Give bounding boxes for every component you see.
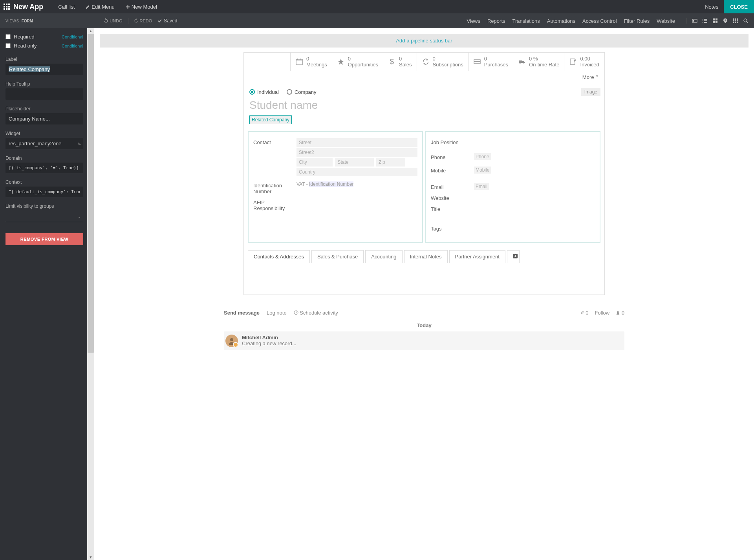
tab-accounting[interactable]: Accounting — [365, 250, 402, 263]
add-pipeline-bar[interactable]: Add a pipeline status bar — [100, 34, 749, 48]
nav-filter-rules[interactable]: Filter Rules — [624, 18, 650, 24]
stat-purchases[interactable]: 0Purchases — [468, 53, 513, 71]
street-input[interactable]: Street — [296, 138, 417, 147]
search-icon[interactable] — [743, 18, 749, 24]
stat-opportunities[interactable]: 0Opportunities — [332, 53, 383, 71]
sidebar-scrollbar[interactable]: ▲ ▼ — [87, 28, 94, 560]
scroll-thumb[interactable] — [88, 34, 94, 353]
email-input[interactable]: Email — [474, 183, 489, 190]
stat-label: Opportunities — [348, 62, 378, 68]
schedule-activity-button[interactable]: Schedule activity — [294, 310, 338, 316]
idnum-placeholder: Identification Number — [309, 181, 353, 187]
avatar — [225, 335, 238, 347]
view-map-icon[interactable] — [723, 18, 728, 24]
zip-input[interactable]: Zip — [376, 158, 405, 167]
scroll-up-icon[interactable]: ▲ — [87, 28, 94, 34]
card-icon — [473, 58, 481, 66]
stat-invoiced[interactable]: 0.00Invoiced — [564, 53, 604, 71]
placeholder-input[interactable] — [5, 113, 83, 124]
tab-partner[interactable]: Partner Assignment — [449, 250, 505, 263]
log-note-button[interactable]: Log note — [267, 310, 287, 316]
student-name-field[interactable]: Student name — [248, 99, 600, 112]
svg-text:$: $ — [390, 58, 394, 66]
nav-translations[interactable]: Translations — [512, 18, 540, 24]
attachment-count[interactable]: 0 — [580, 310, 589, 316]
follow-button[interactable]: Follow — [595, 310, 610, 316]
radio-individual[interactable]: Individual — [249, 89, 279, 95]
stat-spacer — [244, 53, 290, 71]
afip-label: AFIP Responsibility — [253, 198, 296, 211]
related-company-field[interactable]: Related Company — [249, 115, 292, 124]
svg-rect-28 — [733, 22, 734, 23]
limit-groups-label: Limit visibility to groups — [5, 203, 83, 209]
redo-button[interactable]: REDO — [134, 18, 152, 23]
required-conditional[interactable]: Conditional — [62, 35, 83, 39]
stat-val: 0 — [433, 56, 463, 62]
svg-line-32 — [747, 22, 748, 23]
tab-add[interactable] — [507, 250, 520, 263]
svg-rect-11 — [703, 19, 703, 20]
svg-rect-4 — [6, 6, 7, 7]
edit-icon — [569, 58, 577, 66]
tab-contacts[interactable]: Contacts & Addresses — [248, 250, 310, 263]
stat-sales[interactable]: $ 0Sales — [383, 53, 417, 71]
svg-rect-26 — [735, 20, 736, 22]
context-input[interactable] — [5, 187, 83, 197]
required-checkbox[interactable] — [5, 34, 11, 39]
nav-reports[interactable]: Reports — [487, 18, 505, 24]
content-area: Add a pipeline status bar 0Meetings 0Opp… — [94, 28, 754, 560]
remove-from-view-button[interactable]: REMOVE FROM VIEW — [5, 233, 83, 245]
message-text: Creating a new record... — [242, 340, 296, 346]
readonly-label: Read only — [14, 43, 37, 49]
menu-edit-menu[interactable]: Edit Menu — [80, 0, 120, 13]
undo-button[interactable]: UNDO — [104, 18, 122, 23]
country-input[interactable]: Country — [296, 168, 417, 176]
radio-checked-icon — [249, 89, 255, 95]
image-placeholder[interactable]: Image — [581, 88, 600, 96]
view-grid-icon[interactable] — [733, 18, 738, 24]
city-input[interactable]: City — [296, 158, 333, 167]
nav-website[interactable]: Website — [657, 18, 675, 24]
widget-select[interactable] — [5, 138, 83, 149]
label-input[interactable]: Related Company — [5, 64, 83, 75]
menu-call-list[interactable]: Call list — [53, 0, 80, 13]
svg-rect-18 — [716, 18, 717, 20]
phone-input[interactable]: Phone — [474, 153, 491, 160]
svg-rect-22 — [733, 18, 734, 20]
readonly-conditional[interactable]: Conditional — [62, 44, 83, 48]
tab-sales[interactable]: Sales & Purchase — [311, 250, 364, 263]
follower-count[interactable]: 0 — [616, 310, 624, 316]
limit-groups-select[interactable] — [5, 210, 83, 222]
more-dropdown[interactable]: More ▼ — [244, 71, 604, 83]
nav-views[interactable]: Views — [467, 18, 480, 24]
nav-automations[interactable]: Automations — [547, 18, 575, 24]
street2-input[interactable]: Street2 — [296, 148, 417, 157]
state-input[interactable]: State — [335, 158, 374, 167]
menu-new-model[interactable]: New Model — [120, 0, 163, 13]
view-kanban-icon[interactable] — [712, 18, 718, 24]
close-button[interactable]: CLOSE — [724, 0, 754, 13]
nav-access-control[interactable]: Access Control — [582, 18, 617, 24]
stat-subscriptions[interactable]: 0Subscriptions — [417, 53, 468, 71]
mobile-input[interactable]: Mobile — [474, 167, 491, 174]
domain-input[interactable] — [5, 163, 83, 173]
left-column: Contact Street Street2 City State Zip Co… — [248, 131, 423, 243]
tab-notes[interactable]: Internal Notes — [404, 250, 448, 263]
vat-field[interactable]: VAT - Identification Number — [296, 181, 417, 187]
saved-indicator: Saved — [157, 18, 177, 24]
stat-label: Meetings — [306, 62, 327, 68]
apps-icon[interactable] — [0, 0, 13, 13]
send-message-button[interactable]: Send message — [224, 310, 260, 316]
scroll-down-icon[interactable]: ▼ — [87, 555, 94, 560]
radio-company[interactable]: Company — [287, 89, 317, 95]
stat-ontime[interactable]: 0 %On-time Rate — [513, 53, 564, 71]
view-list-icon[interactable] — [702, 18, 708, 24]
stat-meetings[interactable]: 0Meetings — [290, 53, 332, 71]
view-card-icon[interactable] — [692, 18, 697, 24]
tags-label: Tags — [431, 225, 474, 232]
notes-button[interactable]: Notes — [699, 4, 724, 10]
readonly-checkbox[interactable] — [5, 43, 11, 48]
svg-rect-25 — [733, 20, 734, 22]
placeholder-label: Placeholder — [5, 106, 83, 112]
help-tooltip-input[interactable] — [5, 88, 83, 100]
